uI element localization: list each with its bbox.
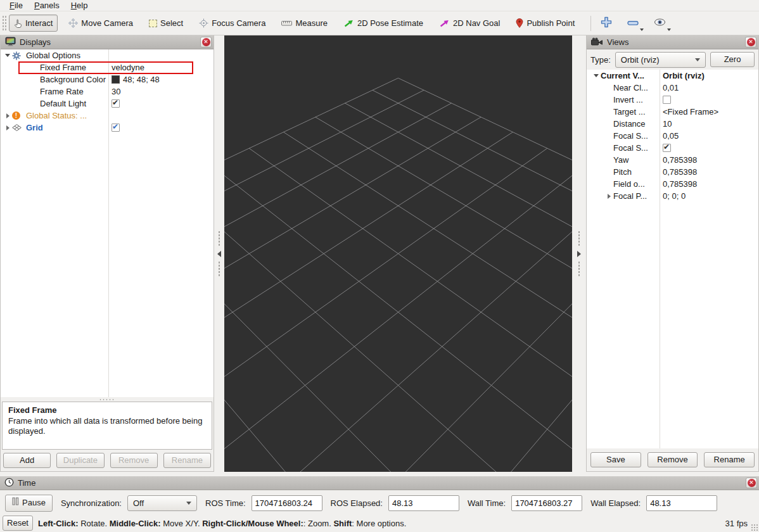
right-splitter[interactable] — [572, 35, 586, 472]
expand-arrow-icon[interactable] — [604, 194, 613, 199]
tree-row-frame-rate[interactable]: Frame Rate30 — [1, 86, 214, 98]
tool-select[interactable]: Select — [144, 15, 188, 32]
chevron-down-icon[interactable] — [640, 28, 644, 31]
collapse-right-icon[interactable] — [577, 251, 581, 257]
minus-tool-button[interactable] — [623, 16, 643, 30]
views-panel: Views ✕ Type: Orbit (rviz) Zero Current … — [586, 35, 759, 472]
property-value[interactable]: Orbit (rviz) — [660, 70, 758, 82]
property-value[interactable]: <Fixed Frame> — [660, 106, 758, 118]
views-buttons: SaveRemoveRename — [587, 448, 758, 471]
rename-button[interactable]: Rename — [704, 452, 755, 467]
save-button[interactable]: Save — [590, 452, 641, 467]
property-value[interactable]: 0,785398 — [660, 178, 758, 190]
checkbox[interactable] — [663, 96, 671, 104]
property-value[interactable] — [660, 142, 758, 154]
pause-icon — [12, 496, 19, 510]
tool-move-camera[interactable]: Move Camera — [63, 15, 138, 32]
property-value[interactable]: 48; 48; 48 — [108, 73, 214, 86]
collapse-arrow-icon[interactable] — [592, 74, 601, 77]
chevron-down-icon[interactable] — [667, 28, 671, 31]
menu-panels[interactable]: Panels — [29, 0, 65, 11]
displays-panel-title: Displays — [20, 37, 200, 47]
checkbox[interactable] — [663, 144, 671, 152]
views-close-button[interactable]: ✕ — [745, 37, 756, 48]
collapse-left-icon[interactable] — [217, 251, 221, 257]
panel-splitter-handle[interactable] — [1, 397, 214, 402]
tree-row-field-o[interactable]: Field o...0,785398 — [587, 178, 758, 190]
menu-file[interactable]: File — [4, 0, 29, 11]
time-controls: Pause Synchronization: Off ROS Time:ROS … — [0, 490, 759, 516]
collapse-arrow-icon[interactable] — [3, 54, 12, 57]
description-title: Fixed Frame — [8, 405, 206, 416]
tree-row-distance[interactable]: Distance10 — [587, 118, 758, 130]
property-value[interactable]: 0; 0; 0 — [660, 190, 758, 202]
tree-row-yaw[interactable]: Yaw0,785398 — [587, 154, 758, 166]
checkbox[interactable] — [112, 124, 120, 132]
checkbox[interactable] — [112, 99, 120, 108]
tree-row-global-status[interactable]: !Global Status: ... — [1, 110, 214, 122]
property-value[interactable]: 0,01 — [660, 82, 758, 94]
view-type-select[interactable]: Orbit (rviz) — [615, 52, 706, 68]
reset-button[interactable]: Reset — [3, 516, 33, 531]
property-value[interactable] — [660, 94, 758, 106]
tree-row-current-v[interactable]: Current V...Orbit (rviz) — [587, 70, 758, 82]
property-value[interactable]: 0,785398 — [660, 166, 758, 178]
menu-help[interactable]: Help — [65, 0, 94, 11]
plus-tool-button[interactable] — [596, 14, 616, 32]
time-close-button[interactable]: ✕ — [746, 478, 757, 488]
property-value[interactable]: 30 — [108, 86, 214, 98]
tree-row-target[interactable]: Target ...<Fixed Frame> — [587, 106, 758, 118]
property-value[interactable]: velodyne — [108, 61, 214, 73]
sync-select[interactable]: Off — [127, 495, 197, 511]
property-value[interactable] — [108, 49, 214, 61]
pause-button[interactable]: Pause — [5, 495, 53, 512]
tree-row-grid[interactable]: Grid — [1, 122, 214, 134]
property-value[interactable] — [108, 122, 214, 134]
tool-publish-point[interactable]: Publish Point — [511, 15, 580, 32]
tree-row-global-options[interactable]: Global Options — [1, 49, 214, 61]
add-button[interactable]: Add — [3, 453, 51, 468]
tool-2d-nav-goal[interactable]: 2D Nav Goal — [434, 15, 505, 32]
eye-tool-button[interactable] — [649, 16, 670, 30]
tree-row-default-light[interactable]: Default Light — [1, 98, 214, 110]
tree-row-focal-s[interactable]: Focal S...0,05 — [587, 130, 758, 142]
tree-row-fixed-frame[interactable]: Fixed Framevelodyne — [1, 61, 214, 73]
property-value[interactable]: 0,785398 — [660, 154, 758, 166]
chevron-down-icon — [186, 502, 191, 505]
tree-row-focal-s[interactable]: Focal S... — [587, 142, 758, 154]
tree-row-pitch[interactable]: Pitch0,785398 — [587, 166, 758, 178]
toolbar-drag-handle[interactable] — [2, 15, 6, 32]
close-icon: ✕ — [748, 479, 756, 487]
left-splitter[interactable] — [214, 35, 224, 472]
expand-arrow-icon[interactable] — [3, 125, 12, 130]
zero-button[interactable]: Zero — [710, 52, 755, 67]
tool-focus-camera[interactable]: Focus Camera — [194, 15, 271, 32]
tree-row-invert[interactable]: Invert ... — [587, 94, 758, 106]
tool-2d-pose-estimate[interactable]: 2D Pose Estimate — [338, 15, 428, 32]
pause-label: Pause — [22, 496, 46, 510]
resize-grip[interactable] — [751, 524, 758, 531]
property-value[interactable] — [108, 98, 214, 110]
tree-row-near-cl[interactable]: Near Cl...0,01 — [587, 82, 758, 94]
tree-row-focal-p[interactable]: Focal P...0; 0; 0 — [587, 190, 758, 202]
time-field-ros-time[interactable] — [252, 495, 322, 511]
views-tree[interactable]: Current V...Orbit (rviz)Near Cl...0,01In… — [587, 70, 758, 448]
tree-row-background-color[interactable]: Background Color48; 48; 48 — [1, 73, 214, 86]
time-field-wall-elapsed[interactable] — [646, 495, 717, 511]
property-value[interactable]: 0,05 — [660, 130, 758, 142]
tool-measure[interactable]: Measure — [276, 15, 333, 32]
3d-viewport[interactable] — [224, 35, 572, 472]
grid-icon — [12, 124, 22, 131]
property-label: Near Cl... — [613, 83, 648, 92]
time-field-wall-time[interactable] — [511, 495, 582, 511]
remove-button[interactable]: Remove — [647, 452, 698, 467]
tool-interact[interactable]: Interact — [9, 15, 58, 32]
camera-icon — [591, 37, 603, 48]
displays-close-button[interactable]: ✕ — [200, 37, 212, 48]
expand-arrow-icon[interactable] — [3, 113, 12, 118]
camera-icon — [591, 37, 603, 46]
time-field-ros-elapsed[interactable] — [388, 495, 459, 511]
displays-tree[interactable]: Global OptionsFixed FramevelodyneBackgro… — [1, 49, 214, 397]
property-value[interactable] — [108, 110, 214, 122]
property-value[interactable]: 10 — [660, 118, 758, 130]
